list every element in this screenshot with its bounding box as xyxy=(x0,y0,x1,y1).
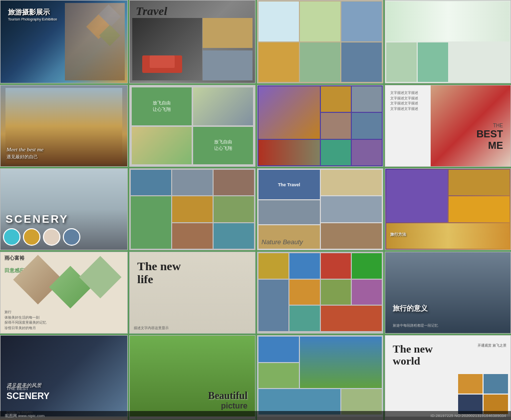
street-photo2 xyxy=(203,50,253,80)
cell-r4c2: The new life 描述文字内容这里显示 xyxy=(129,252,256,334)
cell-r2c3 xyxy=(257,85,383,167)
boat-bg xyxy=(5,88,122,164)
cg-10 xyxy=(321,306,382,331)
nm-1 xyxy=(131,170,171,195)
photo-6 xyxy=(341,42,382,82)
travel-layout: The Travel xyxy=(257,169,383,250)
landmark-mosaic xyxy=(257,85,383,166)
fly-photo-1 xyxy=(193,87,253,125)
best-scenery-block: THE BEST SCENERY xyxy=(6,386,49,402)
new-life-text: The new life xyxy=(137,260,181,286)
diamond-1 xyxy=(13,255,63,305)
cell-r4c4: 旅行的意义 旅途中每段路程都是一段记忆 xyxy=(385,252,511,334)
travel-right xyxy=(321,170,382,249)
sunset-mosaic xyxy=(385,169,511,250)
cell-r3c1: SCENERY xyxy=(0,168,128,250)
cg-1 xyxy=(258,253,288,279)
main-subtitle-visible: Tourism Photography Exhibition xyxy=(8,17,57,21)
cg-8 xyxy=(352,280,382,305)
snow-bottom-left xyxy=(386,42,417,82)
wp-2 xyxy=(484,374,508,394)
cell-r5c4: The new world 开通观赏 旅飞之景 xyxy=(385,335,511,417)
circle-thumbs xyxy=(3,228,80,246)
cell-r4c3 xyxy=(257,252,383,334)
nm-3 xyxy=(214,170,254,195)
text-block: 文字描述文字描述 文字描述文字描述 文字描述文字描述 文字描述文字描述 xyxy=(390,90,428,161)
cg-2 xyxy=(289,253,319,279)
cell-r3c3: The Travel Nature Beauty xyxy=(257,168,383,250)
lm-2 xyxy=(300,337,382,388)
sm-3 xyxy=(449,196,510,222)
best-label: BEST xyxy=(477,128,503,140)
travel-meaning-title: 旅行的意义 xyxy=(393,304,428,313)
world-photos xyxy=(458,374,508,414)
colorful-grid xyxy=(257,252,383,333)
cg-9 xyxy=(289,306,319,331)
colosseum-photo xyxy=(258,140,320,165)
fly-grid: 放飞自由让心飞翔 放飞自由让心飞翔 xyxy=(130,85,255,166)
tr-3 xyxy=(321,223,382,249)
photo-2 xyxy=(300,1,340,41)
fly-photo-2 xyxy=(132,127,192,165)
nm-2 xyxy=(172,170,213,195)
sm-2 xyxy=(449,170,510,195)
thumb-4 xyxy=(63,228,80,246)
thumb-3 xyxy=(43,228,60,246)
tr-1 xyxy=(321,170,382,195)
best-travel-label: 旅行方法 xyxy=(390,232,406,237)
cell-r2c1: Meet the best me 遇见最好的自己 xyxy=(0,85,128,167)
photo-4 xyxy=(258,42,299,82)
the-label: THE xyxy=(477,123,503,128)
travel-left: The Travel xyxy=(258,170,320,249)
mosaic-grid-r1c3 xyxy=(257,0,383,83)
me-label: ME xyxy=(477,140,503,151)
cell-r1c2: Travel xyxy=(129,0,256,83)
photo-1 xyxy=(258,1,299,41)
photo-small-2 xyxy=(352,86,382,112)
cell-r5c3 xyxy=(257,335,383,417)
fly-label-2: 放飞自由让心飞翔 xyxy=(193,127,253,165)
cell-r2c4: THE BEST ME 文字描述文字描述 文字描述文字描述 文字描述文字描述 文… xyxy=(385,85,511,167)
beautiful-title: Beautiful xyxy=(208,390,248,402)
travel-title: Travel xyxy=(136,4,167,18)
nm-6 xyxy=(214,196,254,222)
bus-photo xyxy=(132,18,202,80)
lm-3 xyxy=(258,363,299,389)
meet-text: Meet the best me xyxy=(6,146,43,152)
scenery-title: SCENERY xyxy=(5,213,69,226)
lm-1 xyxy=(258,337,299,362)
snow-bottom xyxy=(386,42,448,82)
photo-5 xyxy=(300,42,340,82)
main-title-visible: 旅游摄影展示 xyxy=(8,8,50,17)
cg-4 xyxy=(352,253,382,279)
cg-6 xyxy=(289,280,319,305)
travel-desc: 旅行体验美好生活的每一刻探尋不同国度里最美的记忆珍惜日常美好的每月 xyxy=(4,310,46,331)
cell-r5c2: Beautiful picture xyxy=(129,335,256,417)
watermark-bar: 昵图网 www.nipic.com ID:28197225 NO:2020021… xyxy=(0,411,511,420)
cg-7 xyxy=(321,280,351,305)
dubai-photo xyxy=(258,86,320,139)
photo-small-6 xyxy=(352,140,382,165)
mountain-lake-bg xyxy=(385,252,511,333)
meet-sub: 遇见最好的自己 xyxy=(6,154,38,160)
divider-v2 xyxy=(256,0,257,420)
travel-box-title: The Travel xyxy=(258,170,320,199)
landscape-mosaic xyxy=(257,336,383,417)
fly-label-1: 放飞自由让心飞翔 xyxy=(132,87,192,125)
snow-top xyxy=(386,1,510,41)
photo-3 xyxy=(341,1,382,41)
sm-1 xyxy=(386,170,448,222)
picture-subtitle: picture xyxy=(221,402,248,411)
nature-mosaic xyxy=(130,169,255,250)
photo-small-4 xyxy=(352,113,382,138)
new-life-sub: 描述文字内容这里显示 xyxy=(134,326,169,331)
photo-small-1 xyxy=(321,86,351,112)
watermark-left: 昵图网 www.nipic.com xyxy=(5,413,44,419)
snow-layout xyxy=(385,0,511,83)
watermark-right: ID:28197225 NO:20200213191646389034 xyxy=(431,414,506,418)
wp-1 xyxy=(458,374,483,394)
city-bg xyxy=(0,336,127,417)
divider-v1 xyxy=(128,0,129,420)
travel-box-photo xyxy=(258,200,320,224)
tr-2 xyxy=(321,196,382,222)
